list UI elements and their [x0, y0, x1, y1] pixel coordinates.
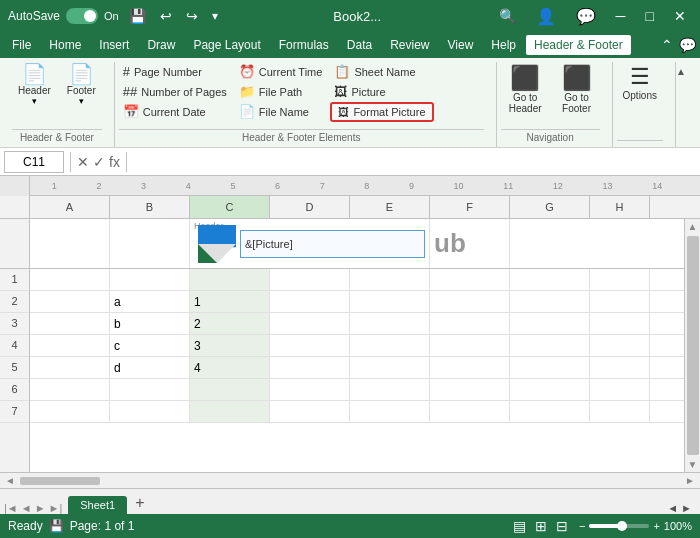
ribbon-expand-icon[interactable]: 💬: [679, 37, 696, 53]
page-break-btn[interactable]: ⊟: [553, 517, 571, 535]
menu-formulas[interactable]: Formulas: [271, 35, 337, 55]
scroll-thumb[interactable]: [687, 236, 699, 455]
share-icon[interactable]: 👤: [530, 5, 562, 28]
cell-c7[interactable]: [190, 401, 270, 422]
cell-c2[interactable]: 1: [190, 291, 270, 312]
cell-h2[interactable]: [590, 291, 650, 312]
cell-a4[interactable]: [30, 335, 110, 356]
menu-home[interactable]: Home: [41, 35, 89, 55]
cell-c5[interactable]: 4: [190, 357, 270, 378]
menu-header-footer[interactable]: Header & Footer: [526, 35, 631, 55]
cell-e5[interactable]: [350, 357, 430, 378]
redo-icon[interactable]: ↪: [182, 6, 202, 26]
col-header-h[interactable]: H: [590, 196, 650, 218]
cell-h4[interactable]: [590, 335, 650, 356]
tab-next-btn[interactable]: ►: [35, 502, 46, 514]
comments-icon[interactable]: 💬: [570, 5, 602, 28]
cell-b1[interactable]: [110, 269, 190, 290]
undo-icon[interactable]: ↩: [156, 6, 176, 26]
zoom-slider[interactable]: [589, 524, 649, 528]
cell-h7[interactable]: [590, 401, 650, 422]
cell-g2[interactable]: [510, 291, 590, 312]
cell-d7[interactable]: [270, 401, 350, 422]
cell-g3[interactable]: [510, 313, 590, 334]
cell-h3[interactable]: [590, 313, 650, 334]
cell-f4[interactable]: [430, 335, 510, 356]
insert-function-icon[interactable]: fx: [109, 154, 120, 170]
cell-b2[interactable]: a: [110, 291, 190, 312]
menu-draw[interactable]: Draw: [139, 35, 183, 55]
add-sheet-btn[interactable]: +: [129, 494, 150, 514]
menu-view[interactable]: View: [440, 35, 482, 55]
cell-g6[interactable]: [510, 379, 590, 400]
zoom-slider-thumb[interactable]: [617, 521, 627, 531]
ribbon-collapse-icon[interactable]: ⌃: [661, 37, 673, 53]
col-header-e[interactable]: E: [350, 196, 430, 218]
status-icon[interactable]: 💾: [49, 519, 64, 533]
cell-reference-input[interactable]: [4, 151, 64, 173]
cell-a6[interactable]: [30, 379, 110, 400]
scroll-left-btn[interactable]: ◄: [2, 475, 18, 486]
cell-b4[interactable]: c: [110, 335, 190, 356]
picture-text-cell[interactable]: &[Picture]: [240, 230, 425, 258]
page-number-btn[interactable]: # Page Number: [119, 62, 231, 81]
cell-g4[interactable]: [510, 335, 590, 356]
cell-h1[interactable]: [590, 269, 650, 290]
cancel-formula-icon[interactable]: ✕: [77, 154, 89, 170]
cell-g1[interactable]: [510, 269, 590, 290]
close-btn[interactable]: ✕: [668, 6, 692, 26]
h-scrollbar-thumb[interactable]: [20, 477, 100, 485]
cell-e4[interactable]: [350, 335, 430, 356]
more-icon[interactable]: ▾: [208, 7, 222, 25]
options-btn[interactable]: ☰ Options: [617, 62, 663, 103]
menu-data[interactable]: Data: [339, 35, 380, 55]
cell-f5[interactable]: [430, 357, 510, 378]
col-header-d[interactable]: D: [270, 196, 350, 218]
col-header-b[interactable]: B: [110, 196, 190, 218]
maximize-btn[interactable]: □: [640, 6, 660, 26]
cell-e2[interactable]: [350, 291, 430, 312]
cell-a2[interactable]: [30, 291, 110, 312]
cell-f1[interactable]: [430, 269, 510, 290]
cell-c4[interactable]: 3: [190, 335, 270, 356]
number-of-pages-btn[interactable]: ## Number of Pages: [119, 82, 231, 101]
cell-f2[interactable]: [430, 291, 510, 312]
search-icon[interactable]: 🔍: [493, 6, 522, 26]
col-header-a[interactable]: A: [30, 196, 110, 218]
minimize-btn[interactable]: ─: [610, 6, 632, 26]
cell-a5[interactable]: [30, 357, 110, 378]
col-header-c[interactable]: C: [190, 196, 270, 218]
save-icon[interactable]: 💾: [125, 6, 150, 26]
ribbon-collapse[interactable]: ▲: [676, 62, 692, 147]
cell-f3[interactable]: [430, 313, 510, 334]
header-picture-cell[interactable]: Header &[Picture]: [190, 219, 430, 268]
cell-b7[interactable]: [110, 401, 190, 422]
cell-a3[interactable]: [30, 313, 110, 334]
cell-b3[interactable]: b: [110, 313, 190, 334]
menu-review[interactable]: Review: [382, 35, 437, 55]
cell-d5[interactable]: [270, 357, 350, 378]
cell-e3[interactable]: [350, 313, 430, 334]
goto-footer-btn[interactable]: ⬛ Go toFooter: [554, 62, 600, 116]
cell-c6[interactable]: [190, 379, 270, 400]
normal-view-btn[interactable]: ▤: [510, 517, 529, 535]
cell-f7[interactable]: [430, 401, 510, 422]
cell-d1[interactable]: [270, 269, 350, 290]
current-date-btn[interactable]: 📅 Current Date: [119, 102, 231, 121]
scroll-up-btn[interactable]: ▲: [686, 219, 700, 234]
menu-help[interactable]: Help: [483, 35, 524, 55]
cell-e7[interactable]: [350, 401, 430, 422]
zoom-in-btn[interactable]: +: [653, 520, 659, 532]
sheet-scroll-left[interactable]: ◄: [667, 502, 678, 514]
menu-page-layout[interactable]: Page Layout: [185, 35, 268, 55]
sheet-name-btn[interactable]: 📋 Sheet Name: [330, 62, 433, 81]
cell-g7[interactable]: [510, 401, 590, 422]
cell-h5[interactable]: [590, 357, 650, 378]
cell-f6[interactable]: [430, 379, 510, 400]
goto-header-btn[interactable]: ⬛ Go toHeader: [501, 62, 550, 116]
format-picture-btn[interactable]: 🖼 Format Picture: [330, 102, 433, 122]
cell-b5[interactable]: d: [110, 357, 190, 378]
vertical-scrollbar[interactable]: ▲ ▼: [684, 219, 700, 472]
cell-b6[interactable]: [110, 379, 190, 400]
menu-insert[interactable]: Insert: [91, 35, 137, 55]
